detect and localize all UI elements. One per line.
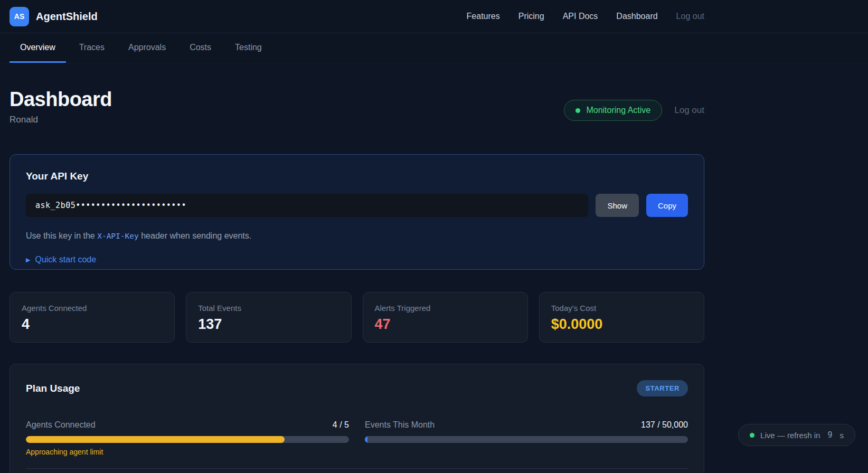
tab-testing[interactable]: Testing bbox=[224, 33, 272, 63]
nav-link-features[interactable]: Features bbox=[467, 12, 500, 21]
status-dot-icon bbox=[575, 108, 580, 113]
status-label: Monitoring Active bbox=[586, 106, 650, 115]
stat-value: 4 bbox=[22, 316, 163, 333]
tab-overview[interactable]: Overview bbox=[10, 33, 66, 63]
plan-tier-badge: STARTER bbox=[637, 380, 688, 396]
plan-usage-title: Plan Usage bbox=[26, 383, 80, 394]
brand-logo: AS bbox=[10, 7, 29, 26]
seconds-unit: s bbox=[840, 431, 844, 440]
meter-value: 137 / 50,000 bbox=[641, 420, 688, 430]
stat-label: Agents Connected bbox=[22, 304, 163, 313]
tab-traces[interactable]: Traces bbox=[69, 33, 115, 63]
nav-link-api-docs[interactable]: API Docs bbox=[563, 12, 598, 21]
live-dot-icon bbox=[750, 433, 754, 438]
api-key-helper-text: Use this key in the X-API-Key header whe… bbox=[26, 231, 688, 241]
agent-limit-warning: Approaching agent limit bbox=[26, 448, 349, 456]
stat-card-total-events: Total Events 137 bbox=[186, 292, 351, 343]
stat-value: $0.0000 bbox=[551, 316, 692, 333]
logout-link[interactable]: Log out bbox=[674, 105, 704, 116]
tab-bar: Overview Traces Approvals Costs Testing bbox=[0, 33, 868, 63]
stat-value: 137 bbox=[198, 316, 339, 333]
page-header: Dashboard Ronald Monitoring Active Log o… bbox=[10, 88, 704, 125]
nav-link-logout[interactable]: Log out bbox=[676, 12, 704, 21]
refresh-countdown: 9 bbox=[827, 430, 832, 440]
tab-costs[interactable]: Costs bbox=[179, 33, 222, 63]
stat-label: Total Events bbox=[198, 304, 339, 313]
stat-label: Alerts Triggered bbox=[375, 304, 516, 313]
events-usage-meter: Events This Month 137 / 50,000 bbox=[365, 420, 688, 456]
api-key-card: Your API Key ask_2b05•••••••••••••••••••… bbox=[10, 154, 704, 270]
stat-card-alerts-triggered: Alerts Triggered 47 bbox=[363, 292, 528, 343]
top-navbar: AS AgentShield Features Pricing API Docs… bbox=[0, 0, 868, 33]
agents-usage-meter: Agents Connected 4 / 5 Approaching agent… bbox=[26, 420, 349, 456]
meter-value: 4 / 5 bbox=[333, 420, 349, 430]
stat-label: Today's Cost bbox=[551, 304, 692, 313]
stat-value: 47 bbox=[375, 316, 516, 333]
events-progress-fill bbox=[365, 436, 367, 443]
stat-card-todays-cost: Today's Cost $0.0000 bbox=[539, 292, 704, 343]
events-progress-track bbox=[365, 436, 688, 443]
top-nav-links: Features Pricing API Docs Dashboard Log … bbox=[467, 12, 704, 21]
brand-name: AgentShield bbox=[36, 11, 98, 23]
quick-start-toggle[interactable]: ▶ Quick start code bbox=[26, 255, 688, 264]
copy-key-button[interactable]: Copy bbox=[646, 194, 688, 217]
show-key-button[interactable]: Show bbox=[596, 194, 639, 217]
plan-section-divider bbox=[26, 468, 688, 469]
meter-label: Agents Connected bbox=[26, 420, 96, 430]
main-content: Dashboard Ronald Monitoring Active Log o… bbox=[10, 88, 704, 473]
x-api-key-code: X-API-Key bbox=[97, 232, 139, 240]
live-refresh-indicator: Live — refresh in 9 s bbox=[738, 424, 855, 446]
expand-triangle-icon: ▶ bbox=[26, 257, 30, 263]
api-key-title: Your API Key bbox=[26, 171, 688, 182]
agents-progress-track bbox=[26, 436, 349, 443]
plan-usage-card: Plan Usage STARTER Agents Connected 4 / … bbox=[10, 364, 704, 473]
nav-link-dashboard[interactable]: Dashboard bbox=[616, 12, 657, 21]
live-label: Live — refresh in bbox=[760, 431, 820, 440]
stat-card-agents-connected: Agents Connected 4 bbox=[10, 292, 175, 343]
meter-label: Events This Month bbox=[365, 420, 435, 430]
tab-approvals[interactable]: Approvals bbox=[118, 33, 176, 63]
nav-link-pricing[interactable]: Pricing bbox=[518, 12, 544, 21]
quick-start-label: Quick start code bbox=[35, 255, 96, 264]
page-title: Dashboard bbox=[10, 88, 112, 111]
user-name: Ronald bbox=[10, 115, 112, 125]
agents-progress-fill bbox=[26, 436, 285, 443]
stats-row: Agents Connected 4 Total Events 137 Aler… bbox=[10, 292, 704, 343]
brand: AS AgentShield bbox=[10, 7, 98, 26]
api-key-field[interactable]: ask_2b05•••••••••••••••••••••• bbox=[26, 194, 588, 217]
monitoring-status-badge: Monitoring Active bbox=[564, 100, 662, 121]
